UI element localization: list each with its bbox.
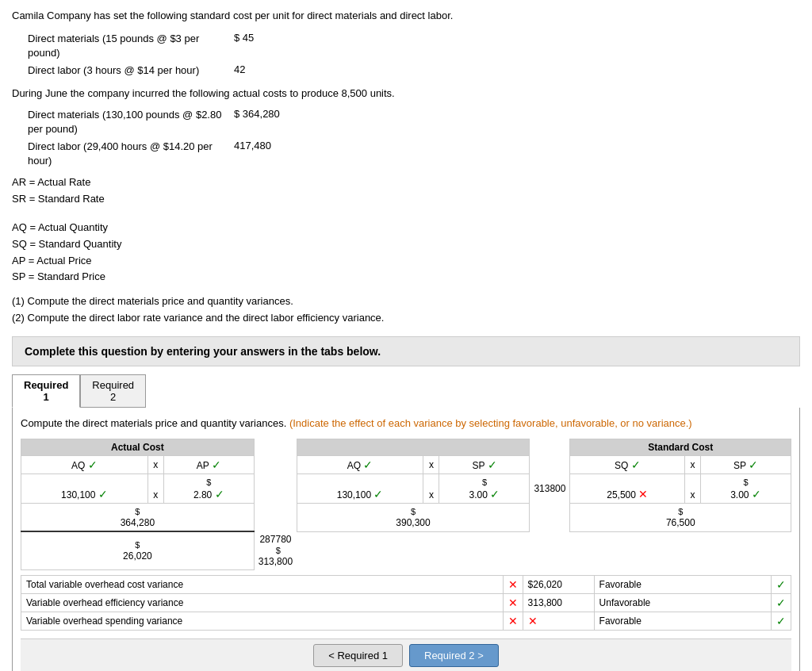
- bvt-effect-1: Favorable: [594, 575, 771, 593]
- adl-value: 417,480: [234, 140, 297, 151]
- abbrev-sq: SQ = Standard Quantity: [12, 236, 800, 253]
- dl-value: 42: [234, 63, 297, 75]
- check-icon-2: ✓: [776, 596, 786, 609]
- ap-value: $2.80 ✓: [163, 474, 254, 504]
- intro-paragraph: Camila Company has set the following sta…: [12, 8, 800, 24]
- adm-row: Direct materials (130,100 pounds @ $2.80…: [28, 108, 800, 136]
- total2: $390,300: [297, 504, 530, 532]
- hdr-ap: AP ✓: [163, 456, 254, 474]
- tab-required-1[interactable]: Required1: [12, 374, 80, 408]
- bvt-check-2: ✓: [772, 593, 791, 612]
- abbreviations: AR = Actual Rate SR = Standard Rate AQ =…: [12, 174, 800, 286]
- x-icon-3: ✕: [508, 615, 518, 627]
- standard-cost-header: Standard Cost: [570, 439, 791, 456]
- hdr-x1: x: [147, 456, 163, 474]
- variance-table: Actual Cost Standard Cost AQ ✓ x AP ✓: [21, 439, 791, 570]
- dm-label: Direct materials (15 pounds @ $3 per pou…: [28, 32, 234, 60]
- sq-val-x: ✕: [638, 488, 648, 500]
- x2-val: x: [423, 474, 439, 504]
- variance-table-wrapper: Actual Cost Standard Cost AQ ✓ x AP ✓: [21, 439, 791, 570]
- check-icon-1: ✓: [776, 578, 786, 591]
- bvt-amount-2: 313,800: [523, 593, 594, 612]
- prev-button[interactable]: < Required 1: [313, 644, 403, 667]
- bvt-row-2: Variable overhead efficiency variance ✕ …: [21, 593, 791, 612]
- adl-label: Direct labor (29,400 hours @ $14.20 per …: [28, 140, 234, 168]
- sq-value: 25,500 ✕: [570, 474, 685, 504]
- sp1-val-check: ✓: [490, 488, 500, 500]
- bvt-x-2: ✕: [503, 593, 523, 612]
- x-icon-amount-3: ✕: [528, 615, 538, 627]
- compute-note: (Indicate the effect of each variance by…: [289, 417, 692, 429]
- bvt-x-1: ✕: [503, 575, 523, 593]
- bvt-amount-1: $26,020: [523, 575, 594, 593]
- hdr-x2: x: [423, 456, 439, 474]
- actual-line: During June the company incurred the fol…: [12, 87, 395, 99]
- check-icon-3: ✓: [776, 615, 786, 627]
- bvt-label-2: Variable overhead efficiency variance: [21, 593, 504, 612]
- abbrev-sp: SP = Standard Price: [12, 269, 800, 286]
- standard-cost-table: Direct materials (15 pounds @ $3 per pou…: [28, 32, 800, 79]
- ap-val-check: ✓: [215, 488, 224, 500]
- total1: $364,280: [21, 504, 255, 532]
- total3: $76,500: [570, 504, 791, 532]
- bvt-check-3: ✓: [772, 612, 791, 630]
- sp2-val-check: ✓: [752, 488, 761, 500]
- aq2-check: ✓: [363, 458, 373, 471]
- actual-cost-header: Actual Cost: [21, 439, 255, 456]
- tabs: Required1 Required2: [12, 374, 800, 408]
- aq2-value: 130,100 ✓: [297, 474, 423, 504]
- intro-line1: Camila Company has set the following sta…: [12, 10, 453, 21]
- x-icon-2: ✕: [508, 596, 518, 609]
- bvt-x-3: ✕: [503, 612, 523, 630]
- abbrev-sr: SR = Standard Rate: [12, 191, 800, 208]
- sp2-check: ✓: [749, 458, 758, 471]
- abbrev-ap: AP = Actual Price: [12, 253, 800, 270]
- sp1-value: $3.00 ✓: [439, 474, 530, 504]
- sp2-value: $3.00 ✓: [701, 474, 791, 504]
- dl-row: Direct labor (3 hours @ $14 per hour) 42: [28, 63, 800, 78]
- bvt-row-3: Variable overhead spending variance ✕ ✕ …: [21, 612, 791, 630]
- dm-value: $ 45: [234, 32, 297, 44]
- abbrev-ar: AR = Actual Rate: [12, 174, 800, 191]
- ap-check: ✓: [212, 458, 221, 471]
- hdr-sp1: SP ✓: [439, 456, 530, 474]
- x1-val: x: [147, 474, 163, 504]
- bottom-variance-table: Total variable overhead cost variance ✕ …: [21, 575, 791, 631]
- instructions: (1) Compute the direct materials price a…: [12, 293, 800, 327]
- bvt-label-3: Variable overhead spending variance: [21, 612, 504, 630]
- aq2-val-check: ✓: [373, 488, 383, 500]
- bvt-effect-3: Favorable: [594, 612, 771, 630]
- bvt-label-1: Total variable overhead cost variance: [21, 575, 504, 593]
- variance-row: $26,020 287780 $313,800: [21, 531, 791, 569]
- actual-costs-intro: During June the company incurred the fol…: [12, 86, 800, 102]
- compute-instruction-text: Compute the direct materials price and q…: [21, 417, 286, 429]
- aq1-val-check: ✓: [98, 488, 108, 500]
- tab-content-required-1: Compute the direct materials price and q…: [12, 408, 800, 671]
- values-row: 130,100 ✓ x $2.80 ✓ 130,100 ✓ x $3.00 ✓ …: [21, 474, 791, 504]
- dm-row: Direct materials (15 pounds @ $3 per pou…: [28, 32, 800, 60]
- next-button[interactable]: Required 2 >: [409, 644, 499, 667]
- complete-box: Complete this question by entering your …: [12, 336, 800, 366]
- complete-box-text: Complete this question by entering your …: [25, 345, 381, 358]
- actual-cost-table: Direct materials (130,100 pounds @ $2.80…: [28, 108, 800, 169]
- dl-label: Direct labor (3 hours @ $14 per hour): [28, 63, 234, 78]
- instruction-2: (2) Compute the direct labor rate varian…: [12, 310, 800, 327]
- hdr-sp2: SP ✓: [701, 456, 791, 474]
- hdr-aq2: AQ ✓: [297, 456, 423, 474]
- mid-number: 313800: [530, 474, 570, 504]
- compute-instruction: Compute the direct materials price and q…: [21, 416, 791, 431]
- tab-required-2[interactable]: Required2: [80, 374, 146, 408]
- aq1-check: ✓: [88, 458, 98, 471]
- sp1-check: ✓: [488, 458, 497, 471]
- abbrev-aq: AQ = Actual Quantity: [12, 220, 800, 236]
- adl-row: Direct labor (29,400 hours @ $14.20 per …: [28, 140, 800, 168]
- totals-row: $364,280 $390,300 $76,500: [21, 504, 791, 532]
- variance1: $26,020: [21, 531, 255, 569]
- bvt-row-1: Total variable overhead cost variance ✕ …: [21, 575, 791, 593]
- x-icon-1: ✕: [508, 578, 518, 591]
- middle-header: [297, 439, 530, 456]
- x3-val: x: [685, 474, 701, 504]
- hdr-x3: x: [685, 456, 701, 474]
- sq-check: ✓: [631, 458, 641, 471]
- aq1-value: 130,100 ✓: [21, 474, 148, 504]
